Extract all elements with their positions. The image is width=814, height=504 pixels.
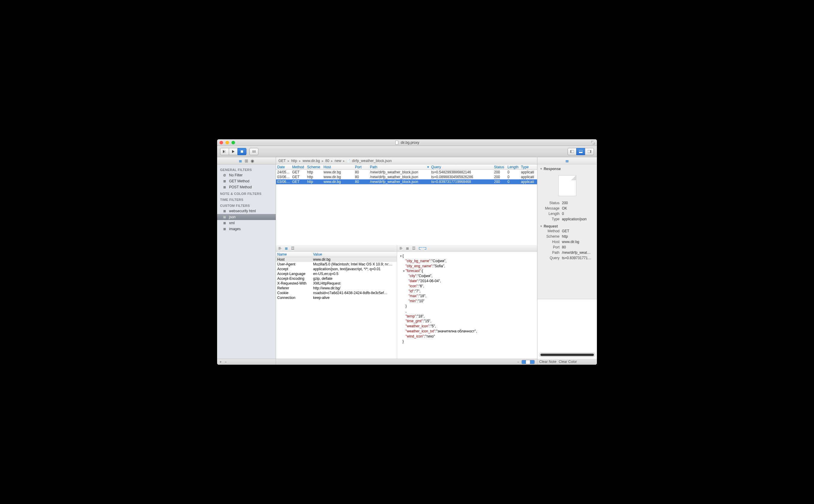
remove-button[interactable]: − xyxy=(224,360,227,364)
outline-icon[interactable]: ☲ xyxy=(291,246,294,251)
sidebar: ≣ ⊞ ◉ GENERAL FILTERS⊘No Filter≣GET Meth… xyxy=(217,157,276,365)
clear-note-button[interactable]: Clear Note xyxy=(539,360,556,364)
inspector-field: MethodGET xyxy=(540,228,595,234)
raw-icon[interactable]: ⊪ xyxy=(399,246,403,251)
raw-icon[interactable]: ⊪ xyxy=(278,246,282,251)
add-button[interactable]: + xyxy=(219,360,222,364)
col-header[interactable]: Type xyxy=(521,165,536,169)
window-title: dir.bg.proxy xyxy=(395,140,419,145)
stop-button[interactable] xyxy=(237,148,246,155)
color-scroller[interactable] xyxy=(539,353,595,357)
response-section[interactable]: ▼Response xyxy=(540,167,595,171)
col-header[interactable]: Query xyxy=(431,165,494,169)
sidebar-item-label: images xyxy=(229,227,241,231)
book-icon[interactable]: ⫍⫎ xyxy=(419,246,427,251)
sidebar-section-header: TIME FILTERS xyxy=(217,196,276,202)
col-name[interactable]: Name xyxy=(277,252,313,256)
outline-icon[interactable]: ☲ xyxy=(412,246,416,251)
request-section[interactable]: ▼Request xyxy=(540,224,595,228)
col-header[interactable]: Status xyxy=(494,165,508,169)
inspector-field: Queryts=0.839731771996… xyxy=(540,255,595,261)
panel-left-button[interactable] xyxy=(568,148,577,155)
panel-bottom-button[interactable] xyxy=(576,148,585,155)
request-table: DateMethodSchemeHostPortPath▼QueryStatus… xyxy=(276,164,537,184)
list-icon: ≣ xyxy=(222,209,227,213)
table-row[interactable]: 03/06…GEThttpwww.dir.bg80/new/dirfp_weat… xyxy=(276,179,537,184)
clear-color-button[interactable]: Clear Color xyxy=(559,360,577,364)
columns-button[interactable] xyxy=(249,148,258,155)
inspector-field: Hostwww.dir.bg xyxy=(540,239,595,245)
col-header[interactable]: Path▼ xyxy=(370,165,431,169)
json-viewer[interactable]: ▼{ "city_bg_name":"София", "city_eng_nam… xyxy=(397,252,537,359)
col-header[interactable]: Scheme xyxy=(307,165,323,169)
sidebar-item[interactable]: ⊘No Filter xyxy=(217,172,276,178)
sidebar-item[interactable]: ≣images xyxy=(217,226,276,232)
header-row[interactable]: Accept-Languageen-US,en;q=0.5 xyxy=(276,271,397,276)
sidebar-item[interactable]: ≣websecurify html xyxy=(217,208,276,214)
list-icon: ≣ xyxy=(222,215,227,219)
header-row[interactable]: Acceptapplication/json, text/javascript,… xyxy=(276,267,397,271)
col-header[interactable]: Length xyxy=(508,165,521,169)
main-area: GET▸http▸www.dir.bg▸80▸new▸📄dirfp_weathe… xyxy=(276,157,537,365)
header-row[interactable]: Accept-Encodinggzip, deflate xyxy=(276,276,397,281)
sidebar-item-label: GET Method xyxy=(229,179,249,183)
grid-icon[interactable]: ⊞ xyxy=(245,158,248,163)
list-view-icon[interactable]: ≣ xyxy=(406,246,409,251)
col-value[interactable]: Value xyxy=(313,252,395,256)
view-segmented[interactable] xyxy=(522,360,535,364)
svg-rect-5 xyxy=(579,152,583,152)
sidebar-item[interactable]: ≣GET Method xyxy=(217,178,276,184)
list-icon[interactable]: ≣ xyxy=(239,158,242,163)
toolbar xyxy=(217,146,597,157)
breadcrumb-item[interactable]: dirfp_weather_block.json xyxy=(352,159,392,163)
play-button[interactable] xyxy=(229,148,238,155)
inspector-field: Port80 xyxy=(540,245,595,250)
breadcrumb-item[interactable]: http xyxy=(291,159,297,163)
panel-right-button[interactable] xyxy=(585,148,594,155)
header-row[interactable]: X-Requested-WithXMLHttpRequest xyxy=(276,281,397,286)
sidebar-section-header: CUSTOM FILTERS xyxy=(217,202,276,208)
list-view-icon[interactable]: ≣ xyxy=(285,246,288,251)
header-row[interactable]: User-AgentMozilla/5.0 (Macintosh; Intel … xyxy=(276,262,397,267)
table-row[interactable]: 03/06…GEThttpwww.dir.bg80/new/dirfp_weat… xyxy=(276,175,537,179)
sidebar-section-header: GENERAL FILTERS xyxy=(217,166,276,172)
sidebar-item[interactable]: ≣json xyxy=(217,214,276,220)
close-icon[interactable] xyxy=(219,141,223,144)
list-icon: ≣ xyxy=(222,179,227,183)
header-row[interactable]: Cookiensadsid=c7a6d241-6438-2424-8dfb-8e… xyxy=(276,291,397,295)
breadcrumb-item[interactable]: GET xyxy=(278,159,286,163)
step-button[interactable] xyxy=(220,148,229,155)
zoom-icon[interactable] xyxy=(231,141,235,144)
file-icon xyxy=(558,175,576,196)
headers-panel: ⊪ ≣ ☲ NameValue Hostwww.dir.bgUser-Agent… xyxy=(276,245,397,359)
collapse-button[interactable]: − xyxy=(517,360,519,364)
breadcrumb-item[interactable]: new xyxy=(334,159,341,163)
maximize-icon[interactable] xyxy=(591,140,595,145)
col-header[interactable]: Port xyxy=(355,165,370,169)
inspector-field: Schemehttp xyxy=(540,234,595,239)
header-row[interactable]: Hostwww.dir.bg xyxy=(276,257,397,262)
list-icon[interactable]: ≣ xyxy=(565,158,569,164)
eye-icon[interactable]: ◉ xyxy=(250,158,254,163)
document-icon xyxy=(395,140,399,145)
sidebar-item-label: xml xyxy=(229,221,235,225)
app-window: dir.bg.proxy ≣ ⊞ ◉ GENERAL FILTER xyxy=(217,139,597,365)
sidebar-item-label: websecurify html xyxy=(229,209,256,213)
header-row[interactable]: Connectionkeep-alive xyxy=(276,295,397,300)
col-header[interactable]: Host xyxy=(323,165,355,169)
col-header[interactable]: Method xyxy=(292,165,307,169)
list-icon: ≣ xyxy=(222,185,227,189)
sidebar-item[interactable]: ≣xml xyxy=(217,220,276,226)
col-header[interactable]: Date xyxy=(277,165,292,169)
minimize-icon[interactable] xyxy=(225,141,229,144)
inspector-field: Length0 xyxy=(540,211,595,216)
breadcrumb-item[interactable]: 80 xyxy=(325,159,329,163)
sidebar-item[interactable]: ≣POST Method xyxy=(217,184,276,190)
table-row[interactable]: 24/05…GEThttpwww.dir.bg80/new/dirfp_weat… xyxy=(276,170,537,175)
header-row[interactable]: Refererhttp://www.dir.bg/ xyxy=(276,286,397,291)
breadcrumb[interactable]: GET▸http▸www.dir.bg▸80▸new▸📄dirfp_weathe… xyxy=(276,157,537,164)
note-area[interactable] xyxy=(537,299,597,351)
inspector: ≣ ▼Response Status200MessageOKLength0Typ… xyxy=(537,157,597,365)
breadcrumb-item[interactable]: www.dir.bg xyxy=(303,159,320,163)
main-footer: − xyxy=(276,359,537,365)
